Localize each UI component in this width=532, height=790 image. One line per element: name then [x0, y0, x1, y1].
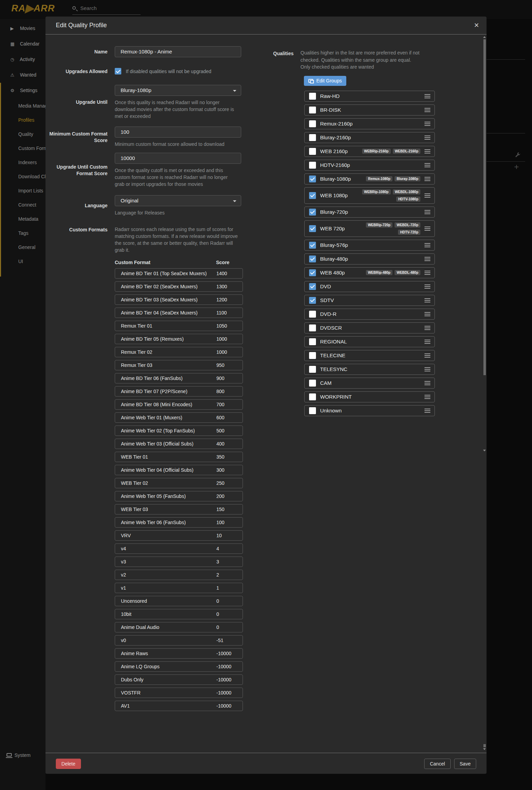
language-select[interactable]: Original: [115, 195, 241, 206]
quality-checkbox[interactable]: [309, 269, 316, 276]
drag-handle-icon[interactable]: [424, 227, 430, 231]
drag-handle-icon[interactable]: [424, 136, 430, 140]
quality-checkbox[interactable]: [309, 225, 316, 232]
sidebar-item-tags[interactable]: Tags: [0, 226, 45, 240]
quality-row[interactable]: WEB 480p WEBRip-480pWEBDL-480p: [304, 267, 435, 278]
drag-handle-icon[interactable]: [424, 326, 430, 330]
quality-checkbox[interactable]: [309, 120, 316, 127]
quality-row[interactable]: Bluray-720p: [304, 207, 435, 218]
quality-checkbox[interactable]: [309, 148, 316, 155]
quality-row[interactable]: REGIONAL: [304, 336, 435, 347]
drag-handle-icon[interactable]: [424, 163, 430, 167]
quality-checkbox[interactable]: [309, 176, 316, 182]
quality-checkbox[interactable]: [309, 134, 316, 141]
drag-handle-icon[interactable]: [424, 340, 430, 344]
upgrade-cfs-input[interactable]: 10000: [115, 153, 241, 164]
drag-handle-icon[interactable]: [424, 271, 430, 275]
quality-row[interactable]: Raw-HD: [304, 91, 435, 102]
quality-checkbox[interactable]: [309, 283, 316, 290]
cancel-button[interactable]: Cancel: [424, 759, 451, 769]
quality-row[interactable]: Remux-2160p: [304, 118, 435, 129]
quality-row[interactable]: Bluray-2160p: [304, 132, 435, 143]
drag-handle-icon[interactable]: [424, 381, 430, 385]
quality-row[interactable]: TELECINE: [304, 350, 435, 361]
drag-handle-icon[interactable]: [424, 177, 430, 181]
quality-checkbox[interactable]: [309, 107, 316, 113]
quality-checkbox[interactable]: [309, 93, 316, 100]
scroll-down-icon[interactable]: [483, 450, 486, 451]
quality-row[interactable]: CAM: [304, 378, 435, 389]
sidebar-item-movies[interactable]: ▶ Movies: [0, 21, 45, 36]
quality-checkbox[interactable]: [309, 256, 316, 262]
quality-row[interactable]: TELESYNC: [304, 364, 435, 375]
quality-checkbox[interactable]: [309, 407, 316, 414]
scrollbar-thumb-small[interactable]: [483, 744, 486, 747]
sidebar-item-media-management[interactable]: Media Management: [0, 99, 45, 113]
quality-row[interactable]: Bluray-576p: [304, 240, 435, 251]
scroll-up-icon[interactable]: [483, 36, 486, 38]
quality-row[interactable]: DVD-R: [304, 309, 435, 320]
minimum-cfs-input[interactable]: 100: [115, 127, 241, 138]
drag-handle-icon[interactable]: [424, 210, 430, 214]
drag-handle-icon[interactable]: [424, 122, 430, 126]
quality-checkbox[interactable]: [309, 366, 316, 373]
drag-handle-icon[interactable]: [424, 193, 430, 198]
sidebar-item-ui[interactable]: UI: [0, 254, 45, 269]
upgrade-until-select[interactable]: Bluray-1080p: [115, 85, 241, 96]
upgrades-allowed-checkbox[interactable]: [115, 68, 121, 74]
quality-checkbox[interactable]: [309, 380, 316, 387]
sidebar-item-settings[interactable]: ⚙ Settings: [0, 83, 45, 98]
close-icon[interactable]: ×: [474, 20, 479, 30]
save-button[interactable]: Save: [454, 759, 476, 769]
quality-checkbox[interactable]: [309, 352, 316, 359]
sidebar-item-custom-formats[interactable]: Custom Formats: [0, 141, 45, 156]
quality-checkbox[interactable]: [309, 311, 316, 318]
quality-row[interactable]: Unknown: [304, 405, 435, 416]
sidebar-item-profiles[interactable]: Profiles: [0, 113, 45, 127]
sidebar-item-wanted[interactable]: ⚠ Wanted: [0, 67, 45, 83]
sidebar-item-connect[interactable]: Connect: [0, 198, 45, 212]
quality-row[interactable]: SDTV: [304, 295, 435, 306]
sidebar-item-quality[interactable]: Quality: [0, 127, 45, 141]
drag-handle-icon[interactable]: [424, 243, 430, 247]
quality-checkbox[interactable]: [309, 242, 316, 249]
sidebar-item-metadata[interactable]: Metadata: [0, 212, 45, 226]
quality-row[interactable]: WEB 720p WEBRip-720pWEBDL-720pHDTV-720p: [304, 220, 435, 237]
drag-handle-icon[interactable]: [424, 353, 430, 358]
drag-handle-icon[interactable]: [424, 284, 430, 289]
name-input[interactable]: Remux-1080p - Anime: [115, 46, 241, 57]
quality-checkbox[interactable]: [309, 162, 316, 169]
scrollbar-thumb[interactable]: [483, 39, 486, 375]
quality-row[interactable]: HDTV-2160p: [304, 160, 435, 171]
quality-row[interactable]: DVDSCR: [304, 322, 435, 333]
scroll-down-icon[interactable]: [483, 748, 486, 750]
edit-groups-button[interactable]: Edit Groups: [304, 76, 346, 86]
drag-handle-icon[interactable]: [424, 367, 430, 371]
drag-handle-icon[interactable]: [424, 409, 430, 413]
quality-checkbox[interactable]: [309, 209, 316, 216]
quality-checkbox[interactable]: [309, 192, 316, 199]
drag-handle-icon[interactable]: [424, 149, 430, 153]
quality-row[interactable]: WEB 2160p WEBRip-2160pWEBDL-2160p: [304, 146, 435, 157]
quality-row[interactable]: DVD: [304, 281, 435, 292]
radarr-logo[interactable]: RA▶ARR: [11, 3, 55, 14]
quality-checkbox[interactable]: [309, 324, 316, 331]
quality-row[interactable]: Bluray-1080p Remux-1080pBluray-1080p: [304, 173, 435, 184]
quality-row[interactable]: Bluray-480p: [304, 253, 435, 264]
sidebar-item-activity[interactable]: ◷ Activity: [0, 52, 45, 67]
sidebar-item-general[interactable]: General: [0, 240, 45, 254]
quality-checkbox[interactable]: [309, 393, 316, 400]
drag-handle-icon[interactable]: [424, 108, 430, 112]
drag-handle-icon[interactable]: [424, 94, 430, 98]
quality-row[interactable]: WORKPRINT: [304, 391, 435, 402]
drag-handle-icon[interactable]: [424, 257, 430, 261]
sidebar-item-calendar[interactable]: ▦ Calendar: [0, 36, 45, 52]
sidebar-item-import-lists[interactable]: Import Lists: [0, 184, 45, 198]
delete-button[interactable]: Delete: [56, 759, 81, 769]
quality-checkbox[interactable]: [309, 297, 316, 304]
drag-handle-icon[interactable]: [424, 395, 430, 399]
sidebar-item-system[interactable]: System: [0, 751, 31, 759]
sidebar-item-download-clients[interactable]: Download Clients: [0, 170, 45, 184]
quality-row[interactable]: BR-DISK: [304, 104, 435, 116]
drag-handle-icon[interactable]: [424, 312, 430, 316]
